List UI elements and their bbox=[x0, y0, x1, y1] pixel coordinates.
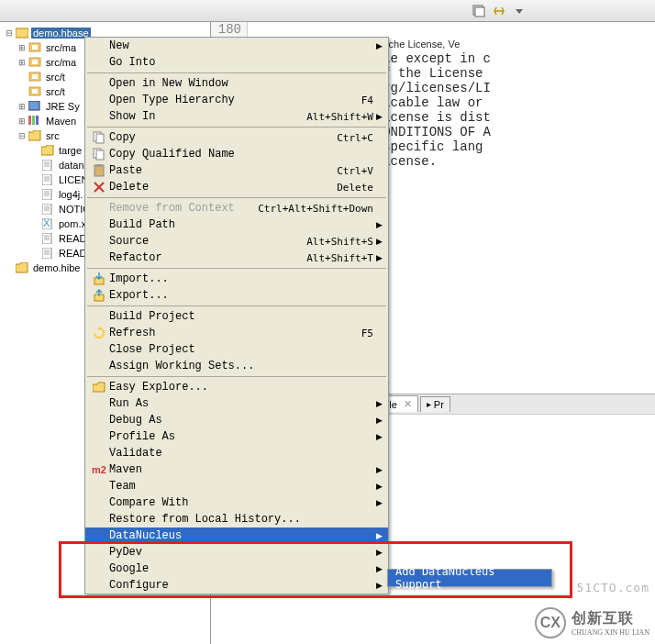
pr-icon: ▸ bbox=[427, 399, 431, 409]
submenu-arrow-icon: ▶ bbox=[373, 416, 383, 425]
menu-item-datanucleus[interactable]: DataNucleus▶ bbox=[85, 527, 388, 544]
svg-rect-33 bbox=[42, 233, 51, 244]
copyq-icon bbox=[91, 148, 107, 161]
menu-item-easy-explore[interactable]: Easy Explore... bbox=[85, 379, 388, 395]
submenu-arrow-icon: ▶ bbox=[373, 432, 383, 441]
collapse-all-icon[interactable] bbox=[472, 4, 486, 18]
context-submenu[interactable]: Add DataNucleus Support bbox=[387, 569, 552, 587]
close-icon[interactable]: ✕ bbox=[404, 398, 412, 410]
submenu-arrow-icon: ▶ bbox=[373, 564, 383, 573]
menu-label: Maven bbox=[107, 463, 373, 476]
menu-label: Build Project bbox=[107, 310, 373, 323]
tree-expander-icon[interactable]: ⊞ bbox=[17, 58, 28, 67]
menu-item-restore-from-local-history[interactable]: Restore from Local History... bbox=[85, 511, 388, 527]
pkg-icon bbox=[28, 41, 42, 54]
xml-icon: X bbox=[40, 217, 55, 230]
file-icon bbox=[40, 247, 55, 260]
folder-icon bbox=[28, 129, 42, 142]
menu-item-google[interactable]: Google▶ bbox=[85, 561, 388, 577]
menu-item-build-project[interactable]: Build Project bbox=[85, 308, 388, 325]
tab-pr[interactable]: ▸Pr bbox=[420, 396, 450, 412]
menu-item-source[interactable]: SourceAlt+Shift+S▶ bbox=[85, 233, 388, 250]
tree-label: targe bbox=[57, 145, 83, 156]
tree-expander-icon[interactable]: ⊞ bbox=[17, 43, 28, 52]
menu-item-debug-as[interactable]: Debug As▶ bbox=[85, 412, 388, 428]
menu-shortcut: Ctrl+C bbox=[337, 132, 373, 144]
tree-label: src/ma bbox=[44, 42, 78, 53]
link-editor-icon[interactable] bbox=[492, 4, 506, 18]
menu-item-build-path[interactable]: Build Path▶ bbox=[85, 217, 388, 233]
submenu-arrow-icon: ▶ bbox=[373, 253, 383, 262]
submenu-arrow-icon: ▶ bbox=[373, 112, 383, 121]
svg-rect-19 bbox=[42, 174, 51, 185]
watermark-sub: CHUANG XIN HU LIAN bbox=[572, 628, 649, 637]
menu-item-team[interactable]: Team▶ bbox=[85, 478, 388, 494]
tree-label: src/t bbox=[44, 86, 67, 97]
menu-separator bbox=[87, 376, 386, 377]
menu-item-import[interactable]: Import... bbox=[85, 271, 388, 287]
menu-item-delete[interactable]: DeleteDelete bbox=[85, 179, 388, 195]
menu-item-new[interactable]: New▶ bbox=[85, 38, 388, 54]
tree-expander-icon[interactable]: ⊞ bbox=[17, 102, 28, 111]
menu-item-copy-qualified-name[interactable]: Copy Qualified Name bbox=[85, 146, 388, 162]
menu-item-paste[interactable]: PasteCtrl+V bbox=[85, 162, 388, 179]
menu-label: Export... bbox=[107, 289, 373, 302]
tree-label: src/t bbox=[44, 72, 67, 83]
svg-rect-27 bbox=[42, 204, 51, 215]
pkg-icon bbox=[28, 71, 42, 83]
menu-label: Open in New Window bbox=[107, 77, 373, 90]
menu-label: Copy Qualified Name bbox=[107, 148, 373, 161]
svg-rect-6 bbox=[32, 60, 38, 64]
menu-item-refresh[interactable]: RefreshF5 bbox=[85, 325, 388, 341]
menu-item-show-in[interactable]: Show InAlt+Shift+W▶ bbox=[85, 108, 388, 125]
menu-label: Assign Working Sets... bbox=[107, 360, 373, 372]
menu-separator bbox=[87, 268, 386, 269]
submenu-arrow-icon: ▶ bbox=[373, 548, 383, 557]
menu-item-open-in-new-window[interactable]: Open in New Window bbox=[85, 75, 388, 92]
menu-item-remove-from-context: Remove from ContextCtrl+Alt+Shift+Down bbox=[85, 200, 388, 217]
menu-item-go-into[interactable]: Go Into bbox=[85, 54, 388, 71]
tree-expander-icon[interactable]: ⊟ bbox=[4, 28, 15, 38]
menu-label: Close Project bbox=[107, 343, 373, 356]
menu-shortcut: F4 bbox=[361, 94, 373, 106]
copy-icon bbox=[91, 131, 107, 144]
menu-separator bbox=[87, 197, 386, 198]
menu-item-profile-as[interactable]: Profile As▶ bbox=[85, 428, 388, 445]
lib-icon bbox=[28, 115, 42, 128]
menu-item-configure[interactable]: Configure▶ bbox=[85, 577, 388, 594]
tree-expander-icon[interactable]: ⊟ bbox=[17, 131, 28, 140]
tree-label: src/ma bbox=[44, 57, 78, 68]
project-icon bbox=[15, 27, 29, 39]
view-menu-icon[interactable] bbox=[512, 4, 527, 18]
file-icon bbox=[40, 159, 55, 172]
menu-item-run-as[interactable]: Run As▶ bbox=[85, 395, 388, 412]
menu-item-maven[interactable]: m2Maven▶ bbox=[85, 461, 388, 478]
menu-item-export[interactable]: Export... bbox=[85, 287, 388, 304]
submenu-arrow-icon: ▶ bbox=[373, 465, 383, 474]
menu-label: Validate bbox=[107, 447, 373, 460]
watermark-brand: 创新互联 bbox=[572, 609, 649, 628]
menu-label: Google bbox=[107, 562, 373, 575]
menu-item-open-type-hierarchy[interactable]: Open Type HierarchyF4 bbox=[85, 92, 388, 108]
menu-item-pydev[interactable]: PyDev▶ bbox=[85, 544, 388, 561]
menu-item-close-project[interactable]: Close Project bbox=[85, 341, 388, 358]
tree-label: Maven bbox=[44, 116, 78, 127]
menu-item-compare-with[interactable]: Compare With▶ bbox=[85, 494, 388, 511]
menu-item-assign-working-sets[interactable]: Assign Working Sets... bbox=[85, 358, 388, 374]
menu-item-copy[interactable]: CopyCtrl+C bbox=[85, 129, 388, 146]
menu-label: Profile As bbox=[107, 430, 373, 443]
menu-label: Open Type Hierarchy bbox=[107, 94, 361, 106]
tree-expander-icon[interactable]: ⊞ bbox=[17, 117, 28, 126]
file-icon bbox=[40, 203, 55, 216]
file-icon bbox=[40, 188, 55, 201]
context-menu[interactable]: New▶Go IntoOpen in New WindowOpen Type H… bbox=[84, 37, 389, 594]
menu-label: Debug As bbox=[107, 414, 373, 427]
svg-rect-8 bbox=[32, 74, 38, 79]
tab-label: Pr bbox=[434, 399, 444, 410]
menu-shortcut: Alt+Shift+T bbox=[306, 252, 373, 264]
submenu-item-add-datanucleus-support[interactable]: Add DataNucleus Support bbox=[388, 570, 551, 586]
pkg-icon bbox=[28, 56, 42, 69]
svg-text:X: X bbox=[43, 218, 50, 228]
menu-item-validate[interactable]: Validate bbox=[85, 445, 388, 461]
menu-item-refactor[interactable]: RefactorAlt+Shift+T▶ bbox=[85, 250, 388, 266]
